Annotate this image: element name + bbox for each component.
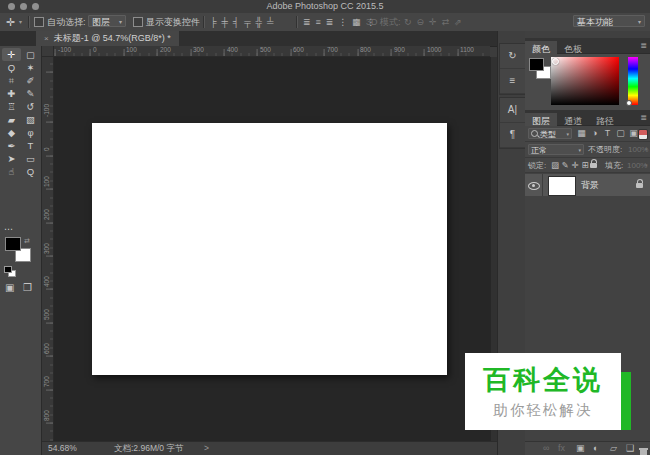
crop-tool[interactable]: ⌗ [2, 74, 21, 87]
ruler-major-ticks [54, 49, 490, 56]
status-chevron-icon[interactable]: > [204, 442, 209, 455]
new-group-icon[interactable]: ▱ [610, 442, 617, 455]
brush-tool[interactable]: ✎ [21, 87, 40, 100]
quick-selection-tool[interactable]: ✶ [21, 61, 40, 74]
ruler-origin-corner[interactable] [42, 46, 54, 57]
tool-grid: ✛▢Ϙ✶⌗✐✚✎♖↺▰▧◆φ✒T➤▭☝Q [2, 48, 40, 178]
tool-preset-caret-icon[interactable]: ▾ [19, 13, 22, 31]
hand-tool[interactable]: ☝ [2, 165, 21, 178]
path-selection-tool[interactable]: ➤ [2, 152, 21, 165]
align-top-icon[interactable]: ╤ [244, 17, 250, 27]
lock-position-icon[interactable]: ✛ [570, 158, 580, 172]
adjustment-layer-icon[interactable]: ◐ [593, 442, 598, 455]
eraser-tool[interactable]: ▰ [2, 113, 21, 126]
layer-filter-dropdown[interactable]: 类型▾ [528, 128, 572, 139]
ruler-label: 500 [260, 46, 271, 53]
hue-slider[interactable] [628, 57, 638, 105]
auto-align-icon[interactable]: ▦ [352, 13, 361, 31]
zoom-level-field[interactable]: 54.68% [48, 442, 77, 455]
layer-thumbnail[interactable] [548, 176, 576, 196]
lasso-tool[interactable]: Ϙ [2, 61, 21, 74]
zoom-window-button[interactable] [32, 3, 39, 10]
clone-stamp-tool[interactable]: ♖ [2, 100, 21, 113]
blend-mode-dropdown[interactable]: ▾正常 [528, 144, 584, 155]
eyedropper-tool[interactable]: ✐ [21, 74, 40, 87]
dodge-tool[interactable]: φ [21, 126, 40, 139]
align-bottom-icon[interactable]: ╧ [267, 17, 273, 27]
type-tool[interactable]: T [21, 139, 40, 152]
move-tool-options-icon[interactable]: ✛ [6, 13, 15, 31]
ruler-label: 500 [43, 309, 50, 320]
gradient-tool[interactable]: ▧ [21, 113, 40, 126]
ruler-label: 600 [293, 46, 304, 53]
horizontal-ruler[interactable]: -100010020030040050060070080090010001100… [54, 46, 490, 57]
align-left-icon[interactable]: ╞ [210, 17, 216, 27]
auto-select-dropdown[interactable]: ▾图层 [88, 15, 126, 27]
delete-layer-icon[interactable] [640, 450, 647, 455]
show-transform-checkbox[interactable] [133, 17, 143, 27]
distribute-v-center-icon[interactable]: ≡ [316, 17, 321, 27]
color-panel-body [525, 54, 650, 110]
panel-menu-icon[interactable]: ≣ [640, 41, 647, 50]
rectangular-marquee-tool[interactable]: ▢ [21, 48, 40, 61]
minimize-window-button[interactable] [20, 3, 27, 10]
filter-shape-layers-icon[interactable]: ▢ [614, 126, 627, 141]
layer-style-icon[interactable]: fx [558, 442, 565, 455]
lock-transparency-icon[interactable]: ▨ [550, 158, 560, 172]
canvas[interactable] [92, 123, 447, 375]
lock-artboard-icon[interactable]: ⊞ [580, 158, 590, 172]
properties-panel-icon[interactable]: ≡ [500, 69, 525, 94]
filter-adjustment-layers-icon[interactable]: ◑ [588, 126, 601, 141]
filter-type-layers-icon[interactable]: T [601, 126, 614, 141]
move-tool[interactable]: ✛ [2, 48, 21, 61]
lock-image-icon[interactable]: ✎ [560, 158, 570, 172]
link-layers-icon[interactable]: ∞ [543, 442, 549, 455]
visibility-cell[interactable] [525, 174, 543, 196]
history-panel-icon[interactable]: ↻ [500, 44, 525, 69]
screen-mode-button[interactable]: ❐ [23, 282, 32, 293]
foreground-color-swatch[interactable] [5, 237, 21, 251]
filter-pixel-layers-icon[interactable]: ▦ [575, 126, 588, 141]
align-right-icon[interactable]: ╡ [233, 17, 239, 27]
document-tab[interactable]: ×未标题-1 @ 54.7%(RGB/8*) * [36, 31, 179, 46]
3d-drag-icon: ✛ [429, 17, 437, 27]
new-layer-icon[interactable]: ❑ [626, 442, 634, 455]
layer-row-background[interactable]: 背景 [525, 174, 650, 196]
panel-menu-icon[interactable]: ≣ [640, 113, 647, 122]
workspace-dropdown[interactable]: ▾基本功能 [573, 15, 645, 27]
separator [28, 16, 30, 28]
pen-tool[interactable]: ✒ [2, 139, 21, 152]
ruler-label: 100 [126, 46, 137, 53]
layer-filter-toggle[interactable] [638, 129, 648, 140]
watermark-title: 百科全说 [465, 362, 621, 398]
vertical-ruler[interactable]: -1000100200300400500600700800900 [42, 57, 54, 441]
eye-icon[interactable] [528, 182, 540, 190]
edit-toolbar-icon[interactable]: ⋯ [4, 224, 13, 234]
layer-mask-icon[interactable]: ▣ [576, 442, 585, 455]
spot-healing-brush-tool[interactable]: ✚ [2, 87, 21, 100]
distribute-left-icon[interactable]: ⋮ [338, 17, 347, 27]
auto-select-checkbox[interactable] [34, 17, 44, 27]
zoom-tool[interactable]: Q [21, 165, 40, 178]
fill-caret-icon[interactable]: ▾ [645, 158, 648, 173]
watermark-subtitle: 助你轻松解决 [465, 401, 621, 420]
saturation-brightness-square[interactable] [551, 57, 619, 105]
blur-tool[interactable]: ◆ [2, 126, 21, 139]
3d-slide-icon: ⇄ [442, 17, 450, 27]
character-panel-icon[interactable]: A| [500, 98, 525, 123]
quick-mask-button[interactable]: ▣ [5, 282, 14, 293]
history-brush-tool[interactable]: ↺ [21, 100, 40, 113]
opacity-caret-icon[interactable]: ▾ [645, 142, 648, 157]
align-v-center-icon[interactable]: ╬ [256, 17, 262, 27]
rectangle-tool[interactable]: ▭ [21, 152, 40, 165]
distribute-top-icon[interactable]: ≣ [303, 17, 311, 27]
distribute-bottom-icon[interactable]: ≣ [326, 17, 334, 27]
ruler-label: 300 [43, 243, 50, 254]
close-window-button[interactable] [8, 3, 15, 10]
close-tab-icon[interactable]: × [44, 34, 49, 43]
paragraph-panel-icon[interactable]: ¶ [500, 123, 525, 148]
color-foreground-swatch[interactable] [529, 58, 544, 71]
lock-all-icon[interactable] [590, 163, 597, 168]
align-h-center-icon[interactable]: ╪ [221, 17, 227, 27]
default-colors-icon[interactable] [4, 266, 12, 273]
